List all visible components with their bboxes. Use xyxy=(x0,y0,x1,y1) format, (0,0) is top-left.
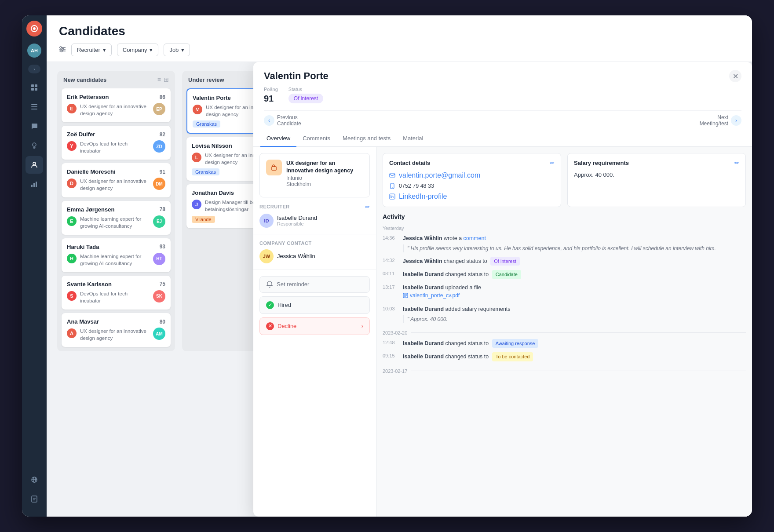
comment-quote: " His profile seems very interesting to … xyxy=(403,244,746,252)
salary-edit-icon[interactable]: ✏ xyxy=(734,160,739,166)
company-filter[interactable]: Company ▾ xyxy=(117,44,159,56)
recruiter-avatar: ID xyxy=(259,214,274,228)
card-name: Valentin Porte xyxy=(193,95,231,101)
avatar: DM xyxy=(153,178,165,190)
recruiter-edit-icon[interactable]: ✏ xyxy=(365,204,370,210)
activity-section: Activity Yesterday 14:36 xyxy=(376,213,752,387)
contact-linkedin-row: LinkedIn-profile xyxy=(389,193,555,200)
role-icon: D xyxy=(67,179,77,188)
card-erik[interactable]: Erik Pettersson 86 E UX designer for an … xyxy=(62,88,171,122)
card-danielle[interactable]: Danielle Moreschi 91 D UX designer for a… xyxy=(62,163,171,197)
card-role: Machine learning expert for growing AI-c… xyxy=(80,253,150,267)
svg-rect-8 xyxy=(31,109,37,109)
comment-link[interactable]: comment xyxy=(464,235,486,241)
sidebar-item-dashboard[interactable] xyxy=(26,79,43,96)
role-icon: J xyxy=(192,200,201,209)
role-icon: H xyxy=(67,254,77,263)
card-haruki[interactable]: Haruki Tada 93 H Machine learning expert… xyxy=(62,238,171,272)
sidebar-item-candidates[interactable] xyxy=(26,156,43,174)
company-contact-label: Company contact xyxy=(259,240,370,246)
app-logo[interactable] xyxy=(26,21,42,36)
activity-time: 12:48 xyxy=(383,339,398,345)
card-name: Danielle Moreschi xyxy=(67,168,116,175)
tab-comments[interactable]: Comments xyxy=(296,131,336,147)
hired-button[interactable]: ✓ Hired xyxy=(259,296,370,314)
svg-rect-26 xyxy=(272,167,276,170)
set-reminder-button[interactable]: Set reminder xyxy=(259,276,370,293)
tab-material[interactable]: Material xyxy=(397,131,429,147)
activity-time: 14:32 xyxy=(383,257,398,263)
activity-date-feb17: 2023-02-17 xyxy=(383,368,746,374)
recruiter-filter[interactable]: Recruiter ▾ xyxy=(71,44,112,56)
card-zoe[interactable]: Zoë Dulfer 82 Y DevOps lead for tech inc… xyxy=(62,126,171,160)
sidebar-item-messages[interactable] xyxy=(26,117,43,135)
company-contact-row: JW Jessica Wåhlin xyxy=(259,249,370,263)
recruiter-row: ID Isabelle Durand Responsible xyxy=(259,214,370,228)
sidebar-item-list[interactable] xyxy=(26,98,43,116)
column-new-menu[interactable]: ≡ xyxy=(157,76,161,83)
detail-panel: Valentin Porte ✕ Poäng 91 Status Of inte… xyxy=(253,62,752,517)
activity-content: Isabelle Durand changed status to To be … xyxy=(403,352,746,361)
sidebar: AH › xyxy=(22,15,47,517)
activity-item: 08:11 Isabelle Durand changed status to … xyxy=(383,270,746,279)
salary-value: Approx. 40 000. xyxy=(574,171,739,178)
card-score: 75 xyxy=(160,281,165,287)
detail-candidate-name: Valentin Porte xyxy=(264,70,329,82)
svg-rect-7 xyxy=(31,106,37,107)
svg-rect-27 xyxy=(390,174,395,177)
close-button[interactable]: ✕ xyxy=(729,70,741,82)
sidebar-item-tasks[interactable] xyxy=(26,490,43,508)
card-emma[interactable]: Emma Jørgensen 78 E Machine learning exp… xyxy=(62,201,171,235)
sidebar-item-reports[interactable] xyxy=(26,175,43,193)
job-filter[interactable]: Job ▾ xyxy=(164,44,190,56)
prev-candidate-btn[interactable]: ‹ PreviousCandidate xyxy=(264,114,301,127)
card-role: UX designer for an innovative design age… xyxy=(80,103,150,117)
next-meeting-btn[interactable]: NextMeeting/test › xyxy=(700,114,741,127)
decline-button[interactable]: ✕ Decline › xyxy=(259,317,370,335)
card-score: 93 xyxy=(160,244,165,250)
reminder-label: Set reminder xyxy=(277,281,309,288)
activity-item: 13:17 Isabelle Durand uploaded a file va… xyxy=(383,284,746,301)
linkedin-value[interactable]: LinkedIn-profile xyxy=(399,193,447,200)
main-content: Candidates Recruiter ▾ Company ▾ Job ▾ xyxy=(47,15,752,517)
avatar: ZD xyxy=(153,140,165,153)
svg-point-9 xyxy=(33,143,36,146)
activity-group-feb17: 2023-02-17 xyxy=(383,368,746,374)
column-new-grid[interactable]: ⊞ xyxy=(164,76,169,83)
detail-right-panel: Contact details ✏ valentin.porte@gmail.c… xyxy=(376,147,752,517)
activity-time: 14:36 xyxy=(383,234,398,240)
user-avatar[interactable]: AH xyxy=(27,44,41,58)
card-ana[interactable]: Ana Mavsar 80 A UX designer for an innov… xyxy=(62,313,171,347)
card-svante[interactable]: Svante Karlsson 75 S DevOps lead for tec… xyxy=(62,276,171,310)
activity-content: Isabelle Durand added salary requirement… xyxy=(403,305,746,323)
tab-overview[interactable]: Overview xyxy=(260,131,296,147)
action-buttons: Set reminder ✓ Hired ✕ Decline xyxy=(253,270,376,341)
company-contact-section: Company contact JW Jessica Wåhlin xyxy=(253,234,376,270)
card-role: UX designer for an innovative design age… xyxy=(80,328,150,342)
recruiter-section: Recruiter ✏ ID Isabelle Durand Responsib… xyxy=(253,204,376,234)
activity-content: Isabelle Durand uploaded a file valentin… xyxy=(403,284,746,301)
sidebar-bottom xyxy=(26,471,43,511)
contact-phone-row: 0752 79 48 33 xyxy=(389,183,555,189)
company-contact-name: Jessica Wåhlin xyxy=(277,253,315,259)
card-name: Lovisa Nilsson xyxy=(192,142,232,149)
file-icon xyxy=(403,293,408,298)
activity-content: Jessica Wåhlin wrote a comment " His pro… xyxy=(403,234,746,252)
activity-item: 14:32 Jessica Wåhlin changed status to O… xyxy=(383,257,746,266)
activity-title: Activity xyxy=(383,213,746,220)
tab-meetings[interactable]: Meetings and tests xyxy=(336,131,397,147)
sidebar-item-ideas[interactable] xyxy=(26,137,43,154)
file-link[interactable]: valentin_porte_cv.pdf xyxy=(403,292,460,299)
email-value[interactable]: valentin.porte@gmail.com xyxy=(399,171,480,179)
sidebar-item-globe[interactable] xyxy=(26,471,43,488)
email-icon xyxy=(389,172,395,179)
svg-point-29 xyxy=(392,187,393,188)
contact-edit-icon[interactable]: ✏ xyxy=(550,160,555,166)
decline-chevron-icon: › xyxy=(361,323,363,329)
detail-body: UX designer for an innovative design age… xyxy=(253,147,752,517)
svg-rect-4 xyxy=(31,88,34,91)
sidebar-collapse-btn[interactable]: › xyxy=(28,65,40,73)
svg-point-32 xyxy=(391,195,391,196)
activity-time: 10:03 xyxy=(383,305,398,311)
card-tag: Vilande xyxy=(192,216,215,223)
